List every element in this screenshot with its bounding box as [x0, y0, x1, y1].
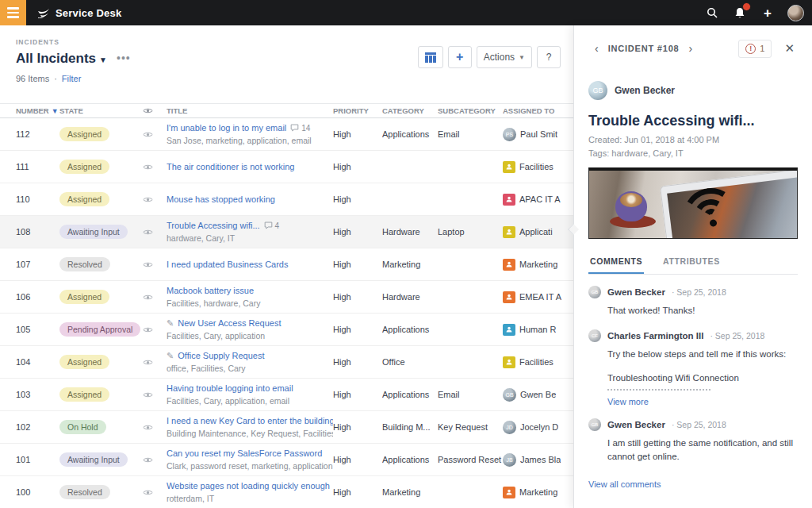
assignee-avatar: GB [503, 388, 516, 402]
eye-icon [143, 107, 153, 114]
assignee-avatar: JB [503, 453, 516, 467]
incident-category: Office [382, 357, 438, 367]
incident-title-link[interactable]: ✎ Having trouble logging into email [167, 383, 333, 394]
solarwinds-logo-icon [37, 8, 50, 18]
eye-icon [143, 424, 153, 431]
status-badge: Assigned [59, 355, 109, 369]
status-badge: Resolved [59, 257, 110, 271]
eye-icon [143, 229, 153, 236]
add-new-icon[interactable]: + [760, 5, 776, 21]
column-header-assigned-to[interactable]: ASSIGNED TO [503, 106, 573, 115]
previous-incident-icon[interactable]: ‹ [588, 39, 605, 58]
attachment-photo[interactable] [588, 167, 798, 239]
chevron-down-icon: ▼ [519, 54, 525, 61]
view-all-comments-link[interactable]: View all comments [588, 479, 798, 489]
column-header-priority[interactable]: PRIORITY [333, 106, 382, 115]
commenter-avatar: GB [588, 286, 601, 298]
incident-row[interactable]: 110 Assigned ✎ Mouse has stopped working [0, 183, 573, 216]
incident-title-link[interactable]: ✎ Website pages not loading quickly enou… [167, 480, 333, 491]
commenter-avatar: GB [588, 418, 601, 431]
close-icon[interactable]: ✕ [781, 40, 798, 57]
incident-tags: hardware, Cary, IT [167, 233, 333, 244]
search-icon[interactable] [704, 5, 720, 21]
column-header-subcategory[interactable]: SUBCATEGORY [438, 106, 503, 115]
column-header-number[interactable]: NUMBER▼ [0, 106, 59, 115]
incident-number: 110 [0, 194, 59, 204]
incident-category: Applications [382, 390, 438, 399]
chevron-down-icon: ▼ [99, 56, 107, 64]
status-badge: Assigned [59, 192, 109, 206]
assignee-name: Paul Smit [520, 129, 557, 139]
column-header-category[interactable]: CATEGORY [382, 106, 438, 115]
assignee-avatar: JD [503, 421, 516, 434]
assignee-name: APAC IT A [519, 194, 561, 204]
incident-title-link[interactable]: ✎ I need updated Business Cards [167, 259, 333, 270]
user-avatar[interactable] [787, 5, 804, 21]
incident-row[interactable]: 107 Resolved ✎ I need updated Business C… [0, 248, 573, 281]
incident-title-link[interactable]: ✎ Macbook battery issue [167, 285, 333, 296]
incident-title-link[interactable]: ✎ I'm unable to log in to my email 14 [167, 122, 333, 133]
status-badge: Assigned [59, 160, 109, 174]
comment-attachment-title: Troubleshooting Wifi Connection [607, 373, 798, 383]
status-badge: Assigned [59, 290, 109, 304]
incident-row[interactable]: 102 On Hold ✎ I need a new Key Card to e… [0, 411, 573, 444]
column-header-title[interactable]: TITLE [167, 106, 333, 115]
tab-attributes[interactable]: ATTRIBUTES [661, 252, 722, 274]
panel-incident-label: INCIDENT #108 [608, 44, 680, 53]
menu-icon[interactable] [0, 0, 26, 25]
column-header-state[interactable]: STATE [59, 106, 143, 115]
help-button[interactable]: ? [537, 46, 561, 68]
incident-row[interactable]: 106 Assigned ✎ Macbook battery issue Fac… [0, 281, 573, 314]
incident-title-link[interactable]: ✎ New User Access Request [167, 318, 333, 329]
assignee-group-icon [503, 226, 515, 238]
service-request-icon: ✎ [167, 350, 174, 361]
incident-title-link[interactable]: ✎ Trouble Accessing wifi... 4 [167, 220, 333, 231]
incident-title-link[interactable]: ✎ Office Supply Request [167, 350, 333, 361]
incident-priority: High [333, 390, 382, 399]
view-selector[interactable]: All Incidents▼ [16, 51, 107, 67]
incident-row[interactable]: 108 Awaiting Input ✎ Trouble Accessing w… [0, 216, 573, 248]
eye-icon [143, 359, 153, 366]
notifications-bell-icon[interactable] [732, 5, 748, 21]
filter-link[interactable]: Filter [62, 74, 81, 83]
incident-row[interactable]: 111 Assigned ✎ The air conditioner is no… [0, 151, 573, 183]
assignee-group-icon [503, 487, 515, 498]
incident-row[interactable]: 100 Resolved ✎ Website pages not loading… [0, 476, 573, 508]
notification-badge [742, 2, 751, 11]
incident-number: 112 [0, 129, 59, 139]
status-badge: Assigned [59, 387, 109, 402]
columns-button[interactable] [418, 46, 443, 68]
incident-row[interactable]: 104 Assigned ✎ Office Supply Request off… [0, 346, 573, 379]
incident-subcategory: Email [438, 390, 503, 399]
assignee-group-icon [503, 356, 515, 368]
incident-title-link[interactable]: ✎ Can you reset my SalesForce Password [167, 448, 333, 459]
eye-icon [143, 131, 153, 138]
column-header-watch[interactable] [143, 107, 167, 114]
eye-icon [143, 196, 153, 203]
incident-number: 102 [0, 422, 59, 432]
incident-row[interactable]: 103 Assigned ✎ Having trouble logging in… [0, 379, 573, 411]
assignee-name: Human R [519, 325, 556, 334]
view-more-link[interactable]: View more [607, 397, 798, 406]
status-badge: Awaiting Input [59, 225, 128, 239]
incident-row[interactable]: 101 Awaiting Input ✎ Can you reset my Sa… [0, 444, 573, 476]
incident-tags: rotterdam, IT [167, 493, 333, 504]
incident-tags: Facilities, Cary, application [167, 330, 333, 341]
eye-icon [143, 326, 153, 333]
alerts-button[interactable]: ! 1 [738, 40, 772, 58]
actions-button[interactable]: Actions▼ [477, 46, 532, 68]
incident-category: Applications [382, 325, 438, 334]
incident-row[interactable]: 112 Assigned ✎ I'm unable to log in to m… [0, 118, 573, 151]
incident-category: Hardware [382, 292, 438, 302]
incident-list-pane: INCIDENTS All Incidents▼ ••• 96 Items · … [0, 25, 573, 508]
more-options-icon[interactable]: ••• [117, 56, 131, 61]
incident-title-link[interactable]: ✎ The air conditioner is not working [167, 161, 333, 172]
commenter-avatar: CF [588, 329, 601, 342]
next-incident-icon[interactable]: › [683, 39, 699, 58]
incident-title-link[interactable]: ✎ I need a new Key Card to enter the bui… [167, 415, 333, 426]
assignee-group-icon [503, 194, 515, 206]
tab-comments[interactable]: COMMENTS [588, 252, 644, 274]
incident-row[interactable]: 105 Pending Approval ✎ New User Access R… [0, 314, 573, 346]
new-incident-button[interactable]: + [448, 46, 472, 68]
incident-title-link[interactable]: ✎ Mouse has stopped working [167, 194, 333, 205]
